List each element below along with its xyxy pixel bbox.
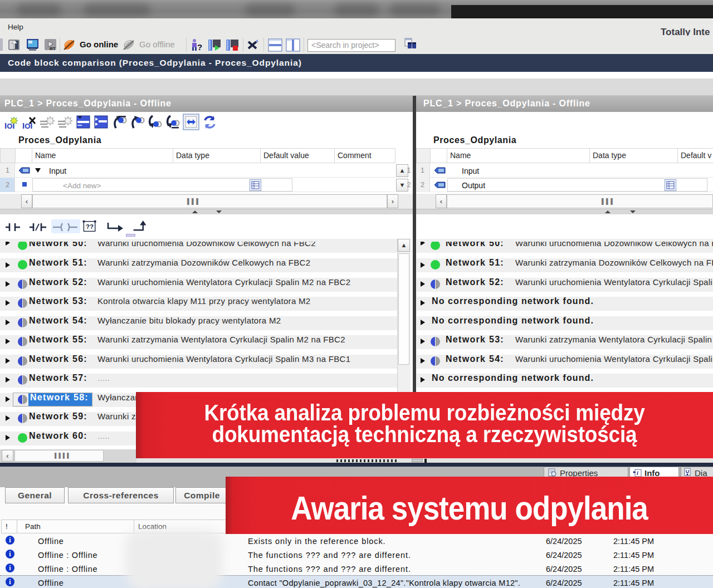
svg-text:?: ? xyxy=(197,42,202,52)
svg-text:??: ?? xyxy=(86,223,94,230)
svg-text:i: i xyxy=(637,470,638,476)
svg-text:RT: RT xyxy=(50,46,56,51)
